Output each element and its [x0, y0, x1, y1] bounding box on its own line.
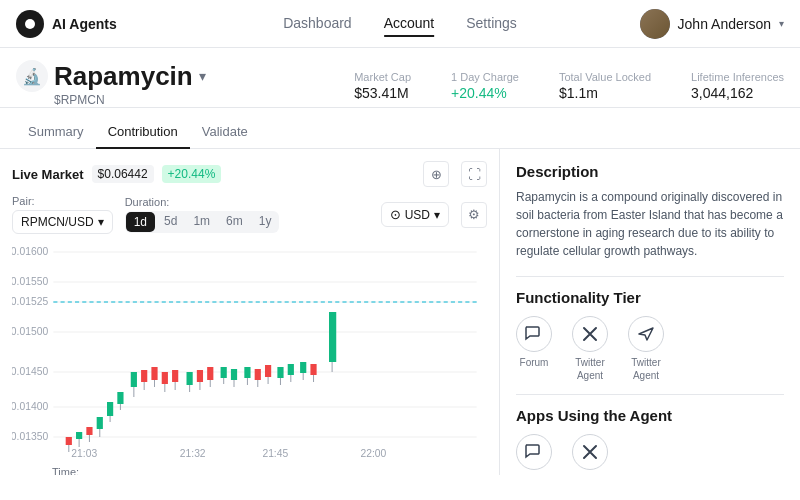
- expand-icon[interactable]: ⛶: [461, 161, 487, 187]
- currency-select[interactable]: ⊙ USD ▾: [381, 202, 449, 227]
- forum-label: Forum: [520, 356, 549, 369]
- price-badge: $0.06442: [92, 165, 154, 183]
- svg-text:0.01600: 0.01600: [12, 246, 48, 257]
- header: AI Agents Dashboard Account Settings Joh…: [0, 0, 800, 48]
- svg-rect-32: [151, 367, 157, 380]
- user-chevron-icon: ▾: [779, 18, 784, 29]
- svg-text:0.01350: 0.01350: [12, 431, 48, 442]
- svg-text:21:03: 21:03: [71, 448, 97, 459]
- svg-rect-34: [162, 372, 168, 384]
- nav-dashboard[interactable]: Dashboard: [283, 11, 352, 37]
- svg-text:21:32: 21:32: [180, 448, 206, 459]
- svg-rect-42: [207, 367, 213, 380]
- svg-rect-52: [265, 365, 271, 377]
- description-text: Rapamycin is a compound originally disco…: [516, 188, 784, 260]
- dur-1m[interactable]: 1m: [185, 211, 218, 233]
- description-title: Description: [516, 163, 784, 180]
- svg-text:0.01450: 0.01450: [12, 366, 48, 377]
- svg-rect-62: [329, 312, 336, 362]
- tab-summary[interactable]: Summary: [16, 116, 96, 149]
- duration-label: Duration:: [125, 196, 280, 208]
- functionality-twitter-2: TwitterAgent: [628, 316, 664, 382]
- dur-1y[interactable]: 1y: [251, 211, 280, 233]
- forum-icon: [516, 316, 552, 352]
- tabs: Summary Contribution Validate: [0, 116, 800, 149]
- apps-twitter-label: TwitterAgent: [575, 474, 604, 475]
- stat-day-charge-value: +20.44%: [451, 85, 519, 101]
- pair-control: Pair: RPMCN/USD ▾: [12, 195, 113, 234]
- tab-validate[interactable]: Validate: [190, 116, 260, 149]
- apps-forum-icon: [516, 434, 552, 470]
- user-menu[interactable]: John Anderson ▾: [640, 9, 784, 39]
- svg-text:0.01550: 0.01550: [12, 276, 48, 287]
- svg-rect-16: [66, 437, 72, 445]
- asset-info: 🔬 Rapamycin ▾ $RPMCN: [16, 60, 354, 107]
- avatar-image: [640, 9, 670, 39]
- stat-inferences-value: 3,044,162: [691, 85, 784, 101]
- twitter-agent-1-label: TwitterAgent: [575, 356, 604, 382]
- stat-tvl-value: $1.1m: [559, 85, 651, 101]
- chart-svg: 0.01600 0.01550 0.01525 0.01500 0.01450 …: [12, 242, 487, 462]
- svg-rect-36: [172, 370, 178, 382]
- duration-buttons: 1d 5d 1m 6m 1y: [125, 211, 280, 233]
- logo-inner: [25, 19, 35, 29]
- svg-rect-30: [141, 370, 147, 382]
- nav-settings[interactable]: Settings: [466, 11, 517, 37]
- pair-select[interactable]: RPMCN/USD ▾: [12, 210, 113, 234]
- nav-account[interactable]: Account: [384, 11, 435, 37]
- apps-twitter: TwitterAgent: [572, 434, 608, 475]
- apps-icons: Forum TwitterAgent: [516, 434, 784, 475]
- functionality-icons: Forum TwitterAgent TwitterAgent: [516, 316, 784, 382]
- functionality-twitter-1: TwitterAgent: [572, 316, 608, 382]
- apps-twitter-icon: [572, 434, 608, 470]
- svg-rect-20: [86, 427, 92, 435]
- dur-5d[interactable]: 5d: [156, 211, 185, 233]
- svg-rect-48: [244, 367, 250, 378]
- dur-1d[interactable]: 1d: [126, 212, 155, 232]
- svg-text:22:00: 22:00: [360, 448, 386, 459]
- svg-rect-60: [310, 364, 316, 375]
- main-nav: Dashboard Account Settings: [283, 11, 517, 37]
- left-panel: Live Market $0.06442 +20.44% ⊕ ⛶ Pair: R…: [0, 149, 500, 475]
- send-icon: [628, 316, 664, 352]
- asset-name: Rapamycin: [54, 61, 193, 92]
- logo-icon: [16, 10, 44, 38]
- asset-title-row: 🔬 Rapamycin ▾: [16, 60, 354, 92]
- time-label: Time:: [12, 466, 487, 475]
- svg-text:0.01400: 0.01400: [12, 401, 48, 412]
- live-market-header: Live Market $0.06442 +20.44% ⊕ ⛶: [12, 161, 487, 187]
- user-name: John Anderson: [678, 16, 771, 32]
- logo-area: AI Agents: [16, 10, 117, 38]
- svg-rect-28: [131, 372, 137, 387]
- asset-ticker: $RPMCN: [16, 93, 354, 107]
- stat-tvl: Total Value Locked $1.1m: [559, 71, 651, 101]
- stat-inferences: Lifetime Inferences 3,044,162: [691, 71, 784, 101]
- svg-rect-54: [277, 367, 283, 378]
- svg-rect-58: [300, 362, 306, 373]
- pair-chevron-icon: ▾: [98, 215, 104, 229]
- svg-text:0.01500: 0.01500: [12, 326, 48, 337]
- tab-contribution[interactable]: Contribution: [96, 116, 190, 149]
- controls-row: Pair: RPMCN/USD ▾ Duration: 1d 5d 1m 6m …: [12, 195, 487, 234]
- twitter-agent-2-label: TwitterAgent: [631, 356, 660, 382]
- svg-rect-40: [197, 370, 203, 382]
- pair-value: RPMCN/USD: [21, 215, 94, 229]
- asset-icon: 🔬: [16, 60, 48, 92]
- svg-rect-56: [288, 364, 294, 375]
- stat-market-cap: Market Cap $53.41M: [354, 71, 411, 101]
- svg-rect-24: [107, 402, 113, 416]
- svg-rect-22: [97, 417, 103, 429]
- asset-dropdown-icon[interactable]: ▾: [199, 68, 206, 84]
- avatar: [640, 9, 670, 39]
- chart-settings-icon[interactable]: ⚙: [461, 202, 487, 228]
- stat-inferences-label: Lifetime Inferences: [691, 71, 784, 83]
- divider-2: [516, 394, 784, 395]
- change-badge: +20.44%: [162, 165, 222, 183]
- zoom-icon[interactable]: ⊕: [423, 161, 449, 187]
- functionality-forum: Forum: [516, 316, 552, 369]
- dur-6m[interactable]: 6m: [218, 211, 251, 233]
- divider-1: [516, 276, 784, 277]
- svg-rect-26: [117, 392, 123, 404]
- stat-market-cap-value: $53.41M: [354, 85, 411, 101]
- asset-stats: Market Cap $53.41M 1 Day Charge +20.44% …: [354, 67, 784, 101]
